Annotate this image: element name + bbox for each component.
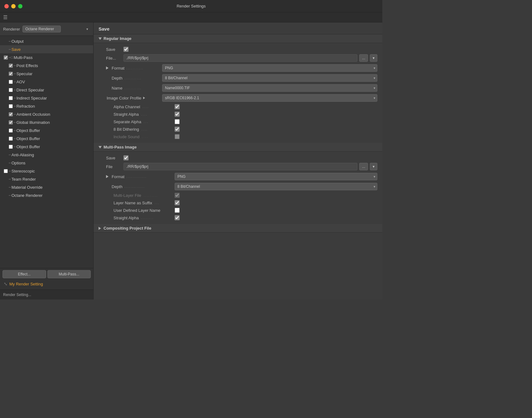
sidebar-item-post-effects[interactable]: – Post Effects	[0, 61, 93, 70]
save-checkbox[interactable]	[123, 47, 128, 52]
sidebar-item-label: Anti-Aliasing	[12, 153, 34, 157]
object-buffer-3-checkbox[interactable]	[9, 145, 13, 149]
multi-format-expand-icon	[106, 175, 109, 178]
layer-name-suffix-label: Layer Name as Suffix	[114, 201, 152, 205]
multi-pass-collapse-icon	[99, 146, 102, 148]
close-button[interactable]	[4, 4, 9, 8]
sidebar-item-material-override[interactable]: – Material Override	[0, 183, 93, 191]
multi-depth-row: Depth ............. 8 Bit/Channel	[94, 182, 382, 192]
multi-save-label: Save	[106, 156, 122, 160]
sidebar-item-global-illumination[interactable]: – Global Illumination	[0, 118, 93, 126]
sidebar-item-direct-specular[interactable]: – Direct Specular	[0, 86, 93, 94]
multi-depth-select[interactable]: 8 Bit/Channel	[175, 183, 377, 190]
sidebar-item-save[interactable]: – Save	[0, 45, 93, 53]
multi-save-row: Save	[94, 154, 382, 162]
sidebar-item-specular[interactable]: – Specular	[0, 70, 93, 78]
multi-pass-header[interactable]: Multi-Pass Image	[94, 143, 382, 152]
sidebar-item-aov[interactable]: – AOV	[0, 78, 93, 86]
content-header: Save	[94, 22, 382, 34]
resize-icon: ⤡	[4, 281, 7, 286]
sidebar-item-anti-aliasing[interactable]: – Anti-Aliasing	[0, 151, 93, 159]
sidebar-item-object-buffer-1[interactable]: – Object Buffer	[0, 126, 93, 134]
aov-checkbox[interactable]	[9, 80, 13, 84]
multi-layer-checkbox[interactable]	[175, 193, 180, 198]
include-sound-checkbox[interactable]	[175, 134, 180, 139]
stereoscopic-checkbox[interactable]	[4, 169, 8, 173]
sidebar-item-object-buffer-3[interactable]: – Object Buffer	[0, 143, 93, 151]
multi-file-dropdown-button[interactable]: ▾	[370, 163, 377, 170]
sidebar-item-stereoscopic[interactable]: – Stereoscopic	[0, 167, 93, 175]
multi-file-label: File	[106, 164, 122, 169]
sidebar-item-octane-renderer[interactable]: – Octane Renderer	[0, 191, 93, 199]
sidebar-item-ambient-occlusion[interactable]: – Ambient Occlusion	[0, 110, 93, 118]
render-setting-footer: Render Setting...	[3, 293, 31, 297]
layer-name-suffix-row: Layer Name as Suffix ...	[94, 199, 382, 207]
multi-file-browse-button[interactable]: ...	[359, 163, 368, 170]
multi-file-input[interactable]	[123, 163, 357, 170]
format-select[interactable]: PNG	[162, 64, 377, 72]
object-buffer-2-checkbox[interactable]	[9, 137, 13, 141]
name-label: Name	[112, 86, 123, 90]
sidebar-item-options[interactable]: – Options	[0, 159, 93, 167]
sidebar-item-object-buffer-2[interactable]: – Object Buffer	[0, 134, 93, 143]
sidebar-item-label: Save	[12, 47, 21, 52]
multi-pass-body: Save File ... ▾ Format .............	[94, 152, 382, 224]
global-illumination-checkbox[interactable]	[9, 120, 13, 124]
bit-dithering-checkbox[interactable]	[175, 127, 180, 132]
multi-layer-label: Multi-Layer File	[114, 193, 141, 198]
hamburger-icon[interactable]: ☰	[3, 14, 7, 20]
name-row: Name ........... Name0000.TIF	[94, 83, 382, 93]
sidebar-list: – Output – Save –□ Multi-Pass – Post Eff…	[0, 36, 93, 268]
sidebar-item-output[interactable]: – Output	[0, 37, 93, 45]
save-row: Save	[94, 46, 382, 53]
multi-straight-alpha-checkbox[interactable]	[175, 215, 180, 220]
specular-checkbox[interactable]	[9, 72, 13, 76]
save-label: Save	[106, 47, 122, 52]
effect-button[interactable]: Effect...	[2, 270, 46, 278]
separate-alpha-checkbox[interactable]	[175, 119, 180, 124]
ambient-occlusion-checkbox[interactable]	[9, 112, 13, 116]
multipass-button[interactable]: Multi-Pass...	[47, 270, 91, 278]
sidebar: Renderer Octane Renderer ▾ – Output – Sa…	[0, 22, 94, 299]
file-browse-button[interactable]: ...	[359, 54, 368, 62]
post-effects-checkbox[interactable]	[9, 64, 13, 68]
section-title: Regular Image	[104, 36, 132, 41]
object-buffer-1-checkbox[interactable]	[9, 129, 13, 133]
minimize-button[interactable]	[11, 4, 16, 8]
compositing-expand-icon	[99, 227, 101, 230]
multi-pass-checkbox[interactable]	[4, 56, 8, 60]
direct-specular-checkbox[interactable]	[9, 88, 13, 92]
sidebar-item-label: Post Effects	[17, 63, 38, 68]
sidebar-item-indirect-specular[interactable]: – Indirect Specular	[0, 94, 93, 102]
titlebar: Render Settings	[0, 0, 382, 12]
file-input[interactable]	[123, 54, 357, 62]
multi-save-checkbox[interactable]	[123, 155, 128, 160]
multi-file-row: File ... ▾	[94, 162, 382, 172]
depth-select[interactable]: 8 Bit/Channel	[162, 74, 377, 82]
regular-image-header[interactable]: Regular Image	[94, 34, 382, 43]
sidebar-item-label: Object Buffer	[17, 144, 40, 149]
multi-format-select[interactable]: PNG	[175, 173, 377, 180]
sidebar-bottom: Effect... Multi-Pass... ⤡ My Render Sett…	[0, 268, 93, 289]
sidebar-item-refraction[interactable]: – Refraction	[0, 102, 93, 110]
compositing-section: Compositing Project File	[94, 224, 382, 233]
file-dropdown-button[interactable]: ▾	[370, 54, 377, 62]
user-defined-checkbox[interactable]	[175, 208, 180, 213]
straight-alpha-checkbox[interactable]	[175, 112, 180, 117]
depth-label: Depth	[112, 76, 123, 80]
compositing-header[interactable]: Compositing Project File	[94, 224, 382, 233]
page-title: Save	[99, 26, 109, 32]
multi-pass-section: Multi-Pass Image Save File ... ▾	[94, 143, 382, 224]
sidebar-item-team-render[interactable]: – Team Render	[0, 175, 93, 183]
sidebar-item-multi-pass[interactable]: –□ Multi-Pass	[0, 53, 93, 61]
alpha-channel-checkbox[interactable]	[175, 104, 180, 109]
indirect-specular-checkbox[interactable]	[9, 96, 13, 100]
renderer-select[interactable]: Octane Renderer	[22, 26, 61, 32]
layer-name-suffix-checkbox[interactable]	[175, 200, 180, 205]
color-profile-select[interactable]: sRGB IEC61966-2.1	[162, 94, 377, 102]
name-select[interactable]: Name0000.TIF	[162, 84, 377, 92]
maximize-button[interactable]	[18, 4, 22, 8]
refraction-checkbox[interactable]	[9, 104, 13, 108]
regular-image-body: Save File... ... ▾ Format ...........	[94, 43, 382, 143]
footer-buttons: Effect... Multi-Pass...	[2, 270, 91, 278]
